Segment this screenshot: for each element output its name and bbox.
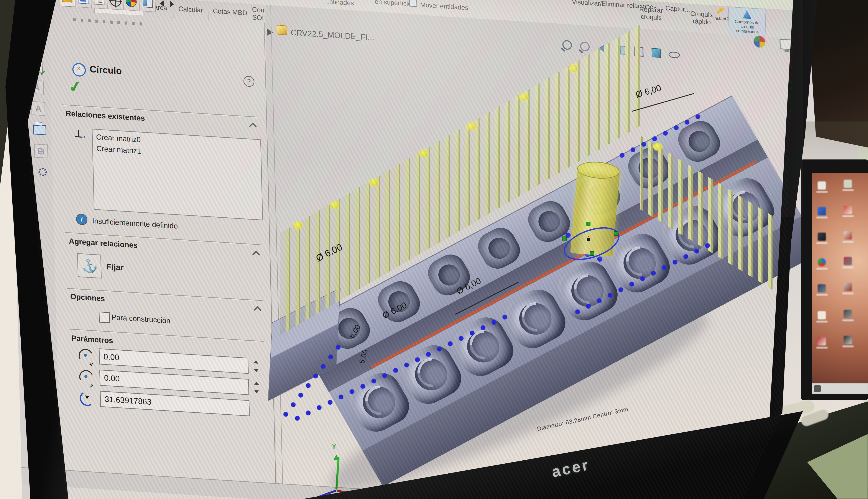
toolbar-label-reparar[interactable]: Reparar croquis — [633, 5, 670, 22]
relations-listbox[interactable]: Crear matriz0 Crear matriz1 — [92, 129, 263, 220]
perpendicular-relation-icon: ⊥. — [74, 127, 86, 140]
tab-dimxpertmanager[interactable] — [107, 0, 124, 10]
link-gears-icon[interactable] — [33, 163, 52, 182]
property-manager-icon — [78, 0, 88, 4]
zoom-fit-icon[interactable] — [561, 39, 574, 52]
desktop-icon-label — [842, 345, 854, 348]
pm-scroll-right-icon[interactable] — [170, 1, 174, 7]
desktop-icon[interactable] — [844, 206, 852, 214]
fix-relation-button[interactable]: ⚓ — [77, 253, 102, 279]
pm-scroll-left-icon[interactable] — [160, 0, 164, 7]
shaded-contours-icon — [743, 10, 751, 19]
z-axis-label: Z — [298, 497, 302, 499]
desktop-icon-label — [816, 217, 828, 218]
pin-highlight — [519, 93, 528, 101]
pin-highlight — [653, 143, 662, 150]
desktop-icon-label — [816, 321, 828, 322]
sketch-handle[interactable] — [614, 231, 618, 236]
hide-show-items-icon[interactable] — [668, 48, 680, 62]
desktop-icon-label — [816, 242, 828, 244]
feature-manager-icon — [62, 0, 73, 3]
center-x-stepper[interactable] — [252, 358, 260, 375]
sketch-handle[interactable] — [586, 222, 590, 226]
toolbar-label-croquis-rapido[interactable]: Croquis rápido — [686, 10, 717, 26]
desktop-icon-label — [842, 241, 854, 243]
pin-highlight — [569, 65, 578, 72]
desktop-icon-label — [816, 268, 828, 270]
tab-calcular-label: Calcular — [178, 5, 203, 14]
pm-title: Círculo — [90, 64, 122, 76]
desktop-icon-label — [842, 319, 854, 321]
center-y-stepper[interactable] — [252, 379, 261, 396]
desktop-icon-label — [816, 294, 828, 296]
desktop-icon[interactable] — [818, 258, 826, 266]
pin-highlight — [330, 201, 339, 209]
print-icon[interactable] — [30, 120, 49, 139]
sketch-point[interactable] — [597, 256, 602, 261]
flyout-tree-arrow-icon[interactable] — [267, 29, 273, 36]
desktop-icon-label — [842, 266, 854, 268]
desktop-icon[interactable] — [818, 337, 826, 345]
grid-tool-icon[interactable]: ⊞ — [32, 142, 51, 161]
shaded-contours-label: Contornos de croquis sombreados — [729, 19, 766, 35]
desktop-icon[interactable] — [818, 284, 826, 292]
desktop-icon[interactable] — [844, 257, 852, 265]
desktop-icon[interactable] — [844, 336, 852, 344]
y-arrowhead — [333, 455, 339, 460]
tab-propertymanager[interactable] — [75, 0, 91, 8]
pin-highlight — [369, 179, 378, 186]
start-button[interactable] — [814, 385, 821, 392]
tab-pane[interactable] — [139, 0, 156, 12]
configuration-manager-icon — [94, 0, 105, 5]
pane-split-icon — [142, 0, 153, 8]
desktop-icon[interactable] — [844, 180, 852, 188]
pin-highlight — [419, 150, 428, 157]
desktop-icon-label — [816, 191, 828, 193]
desktop-icon-label — [842, 292, 854, 294]
desktop-icon-label — [816, 347, 828, 349]
tab-cotas-mbd[interactable]: Cotas MBD — [208, 1, 252, 23]
fix-relation-label[interactable]: Fijar — [106, 262, 124, 272]
second-monitor-desktop — [812, 173, 868, 383]
construction-checkbox[interactable] — [99, 312, 110, 323]
sketch-handle[interactable] — [590, 251, 594, 256]
tab-displaymanager[interactable] — [123, 0, 140, 11]
part-icon — [277, 25, 287, 35]
move-entities-icon[interactable] — [409, 0, 417, 7]
desktop-icon-label — [842, 215, 854, 217]
photo-scene: …ntidades en superficie Mover entidades … — [0, 0, 868, 499]
pin-highlight — [467, 123, 476, 130]
display-manager-icon — [126, 0, 137, 8]
desktop-icon[interactable] — [818, 207, 826, 215]
pin-highlight — [293, 222, 303, 229]
display-style-icon[interactable] — [650, 47, 662, 60]
desktop-icon[interactable] — [844, 310, 852, 318]
desktop-icon[interactable] — [844, 283, 852, 291]
zoom-area-icon[interactable] — [579, 40, 591, 54]
circle-center-point[interactable] — [587, 238, 590, 241]
anchor-icon: ⚓ — [80, 257, 99, 275]
y-axis — [335, 457, 340, 490]
tab-calcular[interactable]: Calcular — [173, 0, 209, 20]
desktop-icon[interactable] — [818, 311, 826, 319]
tab-featuremanager[interactable] — [59, 0, 75, 7]
y-axis-label: Y — [332, 442, 337, 451]
desktop-icon[interactable] — [818, 233, 826, 241]
desktop-icon[interactable] — [818, 181, 826, 190]
desktop-icon[interactable] — [844, 231, 852, 240]
dimxpert-icon — [110, 0, 121, 7]
realview-icon[interactable] — [754, 36, 766, 49]
desktop-icon-label — [842, 189, 854, 191]
sketch-handle[interactable] — [562, 236, 566, 241]
tab-cotas-mbd-label: Cotas MBD — [213, 7, 247, 17]
tab-configurationmanager[interactable] — [91, 0, 108, 9]
